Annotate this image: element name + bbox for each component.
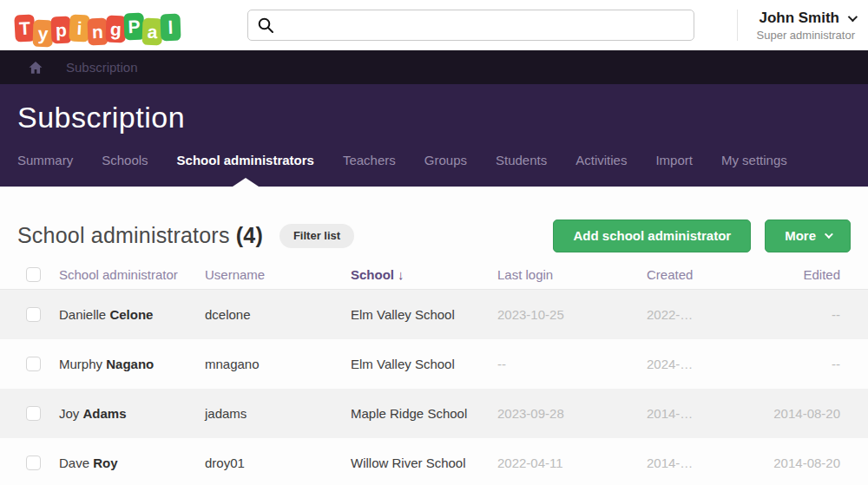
first-name: Murphy: [59, 357, 102, 371]
column-header-username[interactable]: Username: [205, 267, 351, 282]
tab-bar: Summary Schools School administrators Te…: [17, 153, 851, 187]
search-icon: [257, 16, 274, 34]
list-title-text: School administrators: [17, 223, 230, 247]
home-icon[interactable]: [28, 60, 43, 75]
row-checkbox[interactable]: [26, 357, 41, 371]
last-login: 2022-04-11: [497, 456, 647, 470]
page-header: Subscription Summary Schools School admi…: [0, 84, 868, 187]
row-checkbox[interactable]: [26, 456, 41, 470]
select-all-checkbox[interactable]: [26, 267, 41, 282]
admin-name: Dave Roy: [59, 456, 205, 470]
column-header-school[interactable]: School↓: [351, 267, 497, 282]
created: 2014-…: [647, 406, 736, 421]
last-login: 2023-10-25: [497, 307, 647, 322]
school: Elm Valley School: [351, 307, 497, 322]
first-name: Dave: [59, 456, 89, 470]
user-role: Super administrator: [757, 29, 855, 42]
table-row[interactable]: Dave Roy droy01 Willow River School 2022…: [0, 438, 868, 485]
search-bar: [247, 10, 694, 41]
list-count: (4): [236, 223, 263, 247]
user-menu-trigger[interactable]: John Smith: [757, 10, 855, 27]
top-bar: T y p i n g P a l John Smith Super admin…: [0, 0, 868, 50]
table-row[interactable]: Joy Adams jadams Maple Ridge School 2023…: [0, 389, 868, 438]
tab-import[interactable]: Import: [655, 153, 693, 187]
tab-activities[interactable]: Activities: [575, 153, 627, 187]
tab-students[interactable]: Students: [496, 153, 547, 187]
table-row[interactable]: Danielle Celone dcelone Elm Valley Schoo…: [0, 290, 868, 339]
chevron-down-icon: [825, 230, 833, 239]
admin-name: Murphy Nagano: [59, 357, 205, 371]
edited: --: [736, 307, 840, 322]
first-name: Joy: [59, 406, 79, 421]
list-title: School administrators (4): [17, 223, 263, 248]
table-header-row: School administrator Username School↓ La…: [0, 260, 868, 290]
last-name: Adams: [83, 406, 127, 421]
created: 2024-…: [647, 357, 736, 371]
created: 2014-…: [647, 456, 736, 470]
chevron-down-icon: [848, 11, 858, 21]
username: dcelone: [205, 307, 351, 322]
username: droy01: [205, 456, 351, 470]
first-name: Danielle: [59, 307, 106, 322]
sort-desc-icon: ↓: [398, 267, 404, 282]
list-header: School administrators (4) Filter list Ad…: [0, 187, 868, 260]
more-button[interactable]: More: [765, 220, 851, 252]
tab-teachers[interactable]: Teachers: [343, 153, 396, 187]
last-name: Celone: [109, 307, 153, 322]
column-header-edited[interactable]: Edited: [736, 267, 840, 282]
last-login: --: [497, 357, 647, 371]
tab-summary[interactable]: Summary: [17, 153, 73, 187]
typingpal-logo[interactable]: T y p i n g P a l: [15, 12, 247, 39]
admin-name: Joy Adams: [59, 406, 205, 421]
user-menu: John Smith Super administrator: [737, 10, 855, 42]
logo-tile: l: [160, 13, 181, 41]
user-name: John Smith: [759, 10, 839, 27]
divider: [737, 10, 738, 41]
column-header-last-login[interactable]: Last login: [497, 267, 647, 282]
tab-school-administrators[interactable]: School administrators: [177, 153, 314, 187]
breadcrumb: Subscription: [0, 50, 868, 84]
username: jadams: [205, 406, 351, 421]
tab-groups[interactable]: Groups: [424, 153, 467, 187]
edited: --: [736, 357, 840, 371]
edited: 2014-08-20: [736, 456, 840, 470]
column-header-created[interactable]: Created: [647, 267, 736, 282]
page-title: Subscription: [17, 84, 851, 134]
more-button-label: More: [785, 228, 816, 243]
row-checkbox[interactable]: [26, 406, 41, 421]
table-row[interactable]: Murphy Nagano mnagano Elm Valley School …: [0, 339, 868, 389]
last-name: Nagano: [106, 357, 154, 371]
filter-list-button[interactable]: Filter list: [279, 224, 354, 248]
last-name: Roy: [93, 456, 117, 470]
admin-name: Danielle Celone: [59, 307, 205, 322]
breadcrumb-item[interactable]: Subscription: [66, 60, 138, 75]
edited: 2014-08-20: [736, 406, 840, 421]
created: 2022-…: [647, 307, 736, 322]
school: Maple Ridge School: [351, 406, 497, 421]
admin-table: School administrator Username School↓ La…: [0, 260, 868, 485]
row-checkbox[interactable]: [26, 307, 41, 322]
search-input[interactable]: [247, 10, 694, 41]
tab-schools[interactable]: Schools: [102, 153, 148, 187]
add-school-administrator-button[interactable]: Add school administrator: [553, 220, 751, 252]
column-header-admin[interactable]: School administrator: [59, 267, 205, 282]
school: Willow River School: [351, 456, 497, 470]
username: mnagano: [205, 357, 351, 371]
school: Elm Valley School: [351, 357, 497, 371]
column-header-school-label: School: [351, 267, 394, 282]
tab-my-settings[interactable]: My settings: [721, 153, 787, 187]
last-login: 2023-09-28: [497, 406, 647, 421]
